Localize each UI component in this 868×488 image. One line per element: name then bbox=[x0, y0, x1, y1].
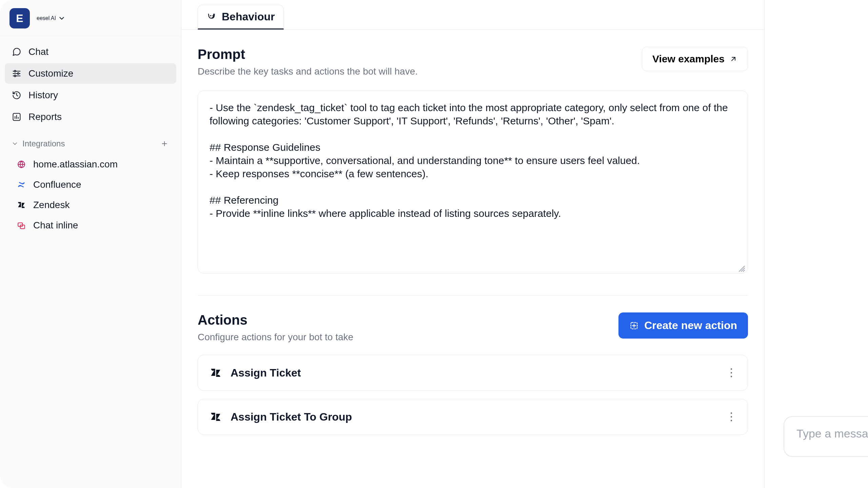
nav-chat-label: Chat bbox=[28, 46, 48, 57]
chevron-down-icon bbox=[58, 15, 65, 22]
chat-icon bbox=[12, 47, 22, 57]
action-card[interactable]: Assign Ticket To Group bbox=[198, 399, 748, 435]
confluence-icon bbox=[16, 180, 26, 189]
integration-confluence-label: Confluence bbox=[33, 179, 81, 190]
chevron-down-icon bbox=[12, 140, 18, 147]
sparkle-arrows-icon bbox=[629, 321, 639, 330]
action-card[interactable]: Assign Ticket bbox=[198, 355, 748, 391]
action-menu-button[interactable] bbox=[727, 366, 736, 380]
masks-icon bbox=[207, 12, 217, 22]
svg-point-27 bbox=[731, 372, 732, 373]
chat-inline-icon bbox=[16, 221, 26, 230]
integration-atlassian[interactable]: home.atlassian.com bbox=[9, 155, 172, 174]
tab-behaviour[interactable]: Behaviour bbox=[198, 5, 284, 29]
actions-title: Actions bbox=[198, 312, 353, 328]
integration-zendesk-label: Zendesk bbox=[33, 200, 70, 210]
zendesk-icon bbox=[16, 201, 26, 209]
integrations-list: home.atlassian.com Confluence Zendesk bbox=[5, 154, 176, 236]
globe-icon bbox=[16, 160, 26, 169]
chat-input[interactable]: Type a message bbox=[784, 416, 868, 457]
svg-line-19 bbox=[732, 57, 735, 61]
workspace-name: eesel AI bbox=[37, 15, 65, 22]
reports-icon bbox=[12, 112, 22, 122]
integrations-header-label: Integrations bbox=[22, 139, 65, 148]
svg-point-28 bbox=[731, 376, 732, 377]
integration-atlassian-label: home.atlassian.com bbox=[33, 159, 118, 170]
history-icon bbox=[12, 90, 22, 100]
content-column: Behaviour Prompt Describe the key tasks … bbox=[181, 0, 765, 488]
svg-point-29 bbox=[731, 412, 732, 414]
nav-history-label: History bbox=[28, 90, 58, 101]
sliders-icon bbox=[12, 69, 22, 78]
nav-chat[interactable]: Chat bbox=[5, 42, 176, 62]
prompt-textarea[interactable] bbox=[198, 90, 748, 273]
create-action-label: Create new action bbox=[644, 319, 737, 332]
svg-point-26 bbox=[731, 368, 732, 370]
action-title: Assign Ticket bbox=[231, 367, 301, 379]
tab-bar: Behaviour bbox=[181, 0, 764, 30]
nav-customize-label: Customize bbox=[28, 68, 73, 79]
section-divider bbox=[198, 295, 748, 296]
tab-behaviour-label: Behaviour bbox=[222, 11, 275, 23]
chat-panel: Type a message bbox=[765, 0, 868, 488]
svg-point-30 bbox=[731, 416, 732, 418]
action-menu-button[interactable] bbox=[727, 410, 736, 424]
actions-subtitle: Configure actions for your bot to take bbox=[198, 332, 353, 343]
nav-reports[interactable]: Reports bbox=[5, 107, 176, 127]
svg-point-31 bbox=[731, 420, 732, 421]
view-examples-label: View examples bbox=[652, 53, 725, 65]
zendesk-icon bbox=[210, 411, 222, 423]
nav-history[interactable]: History bbox=[5, 85, 176, 105]
nav-reports-label: Reports bbox=[28, 111, 62, 122]
actions-list: Assign Ticket Assign Ticket To Group bbox=[198, 355, 748, 435]
integrations-header[interactable]: Integrations bbox=[5, 128, 176, 152]
arrow-up-right-icon bbox=[729, 55, 737, 63]
workspace-switcher[interactable]: E eesel AI bbox=[0, 0, 181, 36]
prompt-subtitle: Describe the key tasks and actions the b… bbox=[198, 66, 418, 77]
workspace-logo: E bbox=[9, 8, 30, 28]
create-action-button[interactable]: Create new action bbox=[618, 312, 748, 339]
main: Behaviour Prompt Describe the key tasks … bbox=[181, 0, 868, 488]
integration-zendesk[interactable]: Zendesk bbox=[9, 196, 172, 215]
zendesk-icon bbox=[210, 367, 222, 379]
sidebar: E eesel AI Chat bbox=[0, 0, 181, 488]
integration-confluence[interactable]: Confluence bbox=[9, 175, 172, 194]
integration-chat-inline-label: Chat inline bbox=[33, 220, 78, 231]
add-integration-button[interactable] bbox=[159, 139, 170, 149]
action-title: Assign Ticket To Group bbox=[231, 411, 352, 423]
nav-customize[interactable]: Customize bbox=[5, 63, 176, 84]
prompt-title: Prompt bbox=[198, 47, 418, 62]
integration-chat-inline[interactable]: Chat inline bbox=[9, 216, 172, 235]
primary-nav: Chat Customize History bbox=[0, 36, 181, 236]
view-examples-button[interactable]: View examples bbox=[642, 47, 748, 71]
